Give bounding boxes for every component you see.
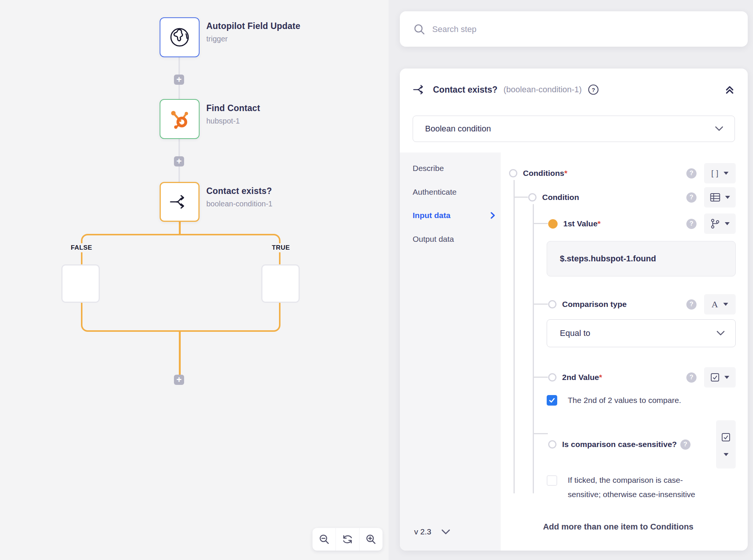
node-trigger[interactable]	[160, 17, 200, 57]
node-subtitle: boolean-condition-1	[206, 200, 273, 208]
second-value-field: The 2nd of 2 values to compare.	[547, 393, 681, 407]
add-step-button[interactable]: +	[174, 156, 184, 166]
reset-zoom-button[interactable]	[335, 528, 359, 551]
table-type-icon	[710, 193, 720, 202]
array-type-icon: [ ]	[711, 169, 719, 178]
help-icon[interactable]: ?	[588, 84, 599, 95]
branch-true-label: TRUE	[269, 243, 293, 252]
git-branch-type-icon	[710, 218, 720, 229]
node-title: Find Contact	[206, 103, 260, 113]
type-selector-boolean[interactable]	[704, 367, 736, 388]
merge-stem-line	[179, 331, 181, 376]
chevron-down-icon	[441, 529, 450, 535]
checkbox-type-icon	[710, 373, 719, 382]
first-value-input[interactable]: $.steps.hubspot-1.found	[547, 241, 736, 276]
branch-icon	[169, 194, 190, 210]
case-sensitive-description: If ticked, the comparison is case- sensi…	[568, 473, 695, 502]
node-find-contact-label: Find Contact hubspot-1	[206, 103, 260, 125]
tree-tick	[533, 377, 548, 378]
tab-input-data[interactable]: Input data	[413, 210, 495, 221]
field-row-comparison-type: Comparison type ? A	[548, 294, 736, 314]
branch-false-label: FALSE	[68, 243, 95, 252]
branch-stem-line	[179, 221, 181, 235]
add-step-button[interactable]: +	[174, 75, 184, 85]
zoom-in-icon	[365, 534, 376, 545]
help-icon[interactable]: ?	[686, 299, 697, 310]
first-value-text: $.steps.hubspot-1.found	[560, 254, 656, 264]
tree-tick	[533, 223, 548, 224]
zoom-out-button[interactable]	[312, 528, 335, 551]
field-label: 2nd Value*	[562, 373, 602, 382]
add-condition-item-button[interactable]: Add more than one item to Conditions	[501, 522, 736, 532]
node-condition-label: Contact exists? boolean-condition-1	[206, 186, 273, 208]
field-handle[interactable]	[548, 440, 556, 449]
add-step-button[interactable]: +	[174, 375, 184, 385]
tree-line	[533, 204, 534, 493]
node-condition[interactable]	[160, 182, 200, 222]
type-selector-boolean[interactable]	[716, 420, 736, 468]
node-find-contact[interactable]	[160, 99, 200, 139]
checkbox-type-icon	[721, 433, 730, 442]
canvas-zoom-toolbar	[312, 528, 383, 551]
field-handle[interactable]	[548, 373, 556, 381]
type-selector-array[interactable]: [ ]	[704, 163, 736, 183]
zoom-in-button[interactable]	[359, 528, 383, 551]
type-selector-object[interactable]	[704, 187, 736, 208]
chevron-down-icon	[715, 126, 723, 131]
tree-line	[514, 180, 515, 493]
field-label: 1st Value*	[563, 219, 601, 228]
field-row-second-value: 2nd Value* ?	[548, 367, 736, 388]
node-trigger-label: Autopilot Field Update trigger	[206, 21, 300, 43]
svg-text:?: ?	[592, 87, 595, 93]
chevron-right-icon	[490, 212, 495, 219]
field-label: Is comparison case-sensitive?	[562, 440, 677, 449]
tree-tick	[514, 197, 528, 198]
operation-select[interactable]: Boolean condition	[413, 116, 735, 142]
reset-icon	[341, 534, 354, 545]
version-selector[interactable]: v 2.3	[414, 527, 450, 536]
tree-tick	[533, 304, 548, 305]
field-handle[interactable]	[548, 300, 556, 308]
field-handle[interactable]	[509, 169, 517, 177]
tab-authenticate[interactable]: Authenticate	[413, 186, 495, 198]
second-value-checkbox-checked[interactable]	[547, 395, 557, 406]
branch-true-placeholder[interactable]	[261, 264, 300, 303]
type-selector-string[interactable]: A	[704, 294, 736, 314]
step-id: (boolean-condition-1)	[503, 85, 582, 95]
tab-label: Authenticate	[413, 188, 457, 197]
field-handle[interactable]	[528, 193, 537, 201]
field-row-first-value: 1st Value* ?	[548, 214, 736, 234]
version-label: v 2.3	[414, 527, 431, 536]
help-icon[interactable]: ?	[680, 439, 691, 450]
tab-label: Describe	[413, 164, 444, 173]
branch-false-placeholder[interactable]	[61, 264, 100, 303]
node-title: Contact exists?	[206, 186, 273, 196]
tab-describe[interactable]: Describe	[413, 163, 495, 174]
collapse-panel-icon[interactable]	[724, 84, 736, 96]
case-sensitive-field: If ticked, the comparison is case- sensi…	[547, 473, 695, 502]
tab-label: Output data	[413, 235, 454, 244]
field-row-condition: Condition ?	[528, 187, 736, 208]
search-input[interactable]	[431, 20, 697, 39]
case-sensitive-checkbox-unchecked[interactable]	[547, 475, 557, 486]
field-row-case-sensitive: Is comparison case-sensitive? ?	[548, 420, 736, 468]
help-icon[interactable]: ?	[686, 168, 697, 179]
node-subtitle: hubspot-1	[206, 117, 260, 125]
search-icon	[413, 23, 425, 35]
help-icon[interactable]: ?	[686, 219, 697, 229]
step-header: Contact exists? (boolean-condition-1) ?	[413, 82, 599, 97]
comparison-type-select[interactable]: Equal to	[547, 319, 736, 347]
branch-icon	[413, 84, 427, 95]
node-title: Autopilot Field Update	[206, 21, 300, 31]
zoom-out-icon	[319, 534, 330, 545]
node-subtitle: trigger	[206, 35, 300, 43]
tab-output-data[interactable]: Output data	[413, 233, 495, 245]
text-type-icon: A	[712, 299, 718, 310]
field-handle-connected[interactable]	[548, 219, 558, 229]
type-selector-jsonpath[interactable]	[704, 214, 736, 234]
field-label: Condition	[542, 193, 579, 202]
second-value-description: The 2nd of 2 values to compare.	[568, 393, 681, 407]
help-icon[interactable]: ?	[686, 192, 697, 203]
comparison-type-value: Equal to	[560, 328, 590, 338]
help-icon[interactable]: ?	[686, 372, 697, 383]
